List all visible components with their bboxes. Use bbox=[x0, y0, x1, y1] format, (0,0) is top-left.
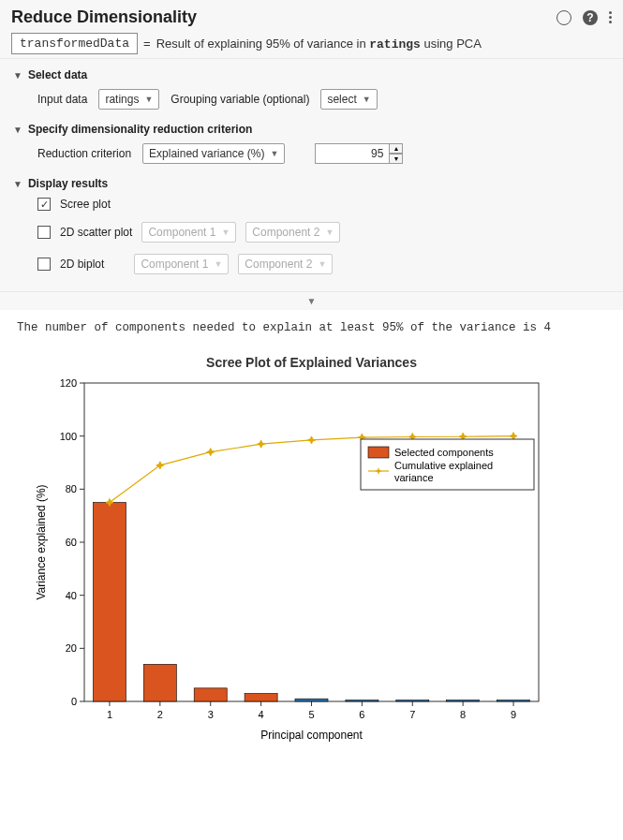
svg-text:40: 40 bbox=[66, 590, 77, 601]
scatter-plot-checkbox[interactable] bbox=[37, 226, 51, 239]
scatter-plot-label: 2D scatter plot bbox=[60, 226, 132, 239]
svg-text:100: 100 bbox=[60, 431, 77, 442]
svg-text:Principal component: Principal component bbox=[260, 729, 363, 742]
svg-rect-38 bbox=[346, 700, 378, 701]
svg-text:4: 4 bbox=[259, 709, 264, 720]
chevron-down-icon: ▼ bbox=[270, 149, 278, 158]
chevron-down-icon: ▼ bbox=[318, 259, 326, 269]
section-display-results[interactable]: ▼ Display results bbox=[13, 177, 610, 190]
svg-rect-35 bbox=[194, 688, 227, 701]
scree-plot-checkbox[interactable] bbox=[37, 198, 51, 211]
svg-text:variance: variance bbox=[394, 472, 434, 483]
collapse-arrow-icon: ▼ bbox=[13, 179, 22, 189]
svg-rect-0 bbox=[84, 383, 539, 701]
spinner-up-button[interactable]: ▲ bbox=[389, 143, 403, 154]
svg-rect-34 bbox=[143, 664, 176, 701]
svg-rect-45 bbox=[368, 447, 389, 458]
grouping-variable-select[interactable]: select ▼ bbox=[320, 89, 377, 110]
equals-sign: = bbox=[143, 37, 151, 51]
spinner-down-button[interactable]: ▼ bbox=[389, 154, 403, 164]
reduction-criterion-label: Reduction criterion bbox=[37, 147, 131, 160]
svg-text:7: 7 bbox=[409, 709, 415, 720]
svg-text:6: 6 bbox=[359, 709, 364, 720]
input-data-label: Input data bbox=[37, 93, 87, 106]
grouping-variable-label: Grouping variable (optional) bbox=[171, 93, 309, 106]
expand-collapse-bar[interactable]: ▼ bbox=[0, 291, 623, 310]
scatter-comp2-select: Component 2 ▼ bbox=[245, 222, 340, 243]
section-select-data[interactable]: ▼ Select data bbox=[13, 68, 610, 81]
section-criterion[interactable]: ▼ Specify dimensionality reduction crite… bbox=[13, 123, 610, 136]
svg-text:Selected components: Selected components bbox=[394, 447, 494, 458]
input-data-select[interactable]: ratings ▼ bbox=[98, 89, 159, 110]
result-description: Result of explaining 95% of variance in … bbox=[156, 37, 482, 52]
svg-rect-40 bbox=[447, 700, 480, 701]
svg-text:2: 2 bbox=[157, 709, 163, 720]
svg-text:60: 60 bbox=[66, 537, 77, 548]
biplot-label: 2D biplot bbox=[60, 258, 104, 271]
svg-text:80: 80 bbox=[66, 483, 77, 494]
biplot-checkbox[interactable] bbox=[37, 258, 51, 271]
svg-text:3: 3 bbox=[208, 709, 214, 720]
chart-title: Scree Plot of Explained Variances bbox=[28, 355, 595, 370]
chevron-down-icon: ▼ bbox=[363, 95, 371, 104]
output-variable-name[interactable]: transformedData bbox=[11, 33, 138, 54]
scree-plot-label: Scree plot bbox=[60, 198, 111, 211]
reduction-criterion-select[interactable]: Explained variance (%) ▼ bbox=[142, 143, 285, 164]
svg-text:Variance explained (%): Variance explained (%) bbox=[35, 484, 48, 599]
chevron-down-icon: ▼ bbox=[144, 95, 153, 104]
result-output-text: The number of components needed to expla… bbox=[0, 310, 623, 346]
page-title: Reduce Dimensionality bbox=[11, 7, 197, 27]
collapse-arrow-icon: ▼ bbox=[13, 125, 22, 135]
svg-rect-33 bbox=[93, 503, 126, 702]
svg-rect-39 bbox=[396, 700, 429, 701]
svg-text:8: 8 bbox=[460, 709, 466, 720]
svg-text:0: 0 bbox=[71, 696, 77, 707]
svg-text:5: 5 bbox=[308, 709, 314, 720]
help-icon[interactable]: ? bbox=[583, 10, 598, 25]
scatter-comp1-select: Component 1 ▼ bbox=[141, 222, 236, 243]
chevron-down-icon: ▼ bbox=[325, 228, 334, 237]
status-circle-icon bbox=[556, 10, 571, 25]
svg-rect-36 bbox=[245, 694, 277, 702]
svg-text:9: 9 bbox=[511, 709, 516, 720]
svg-rect-37 bbox=[295, 699, 328, 701]
svg-text:120: 120 bbox=[60, 377, 77, 389]
chevron-down-icon: ▼ bbox=[221, 228, 230, 237]
chevron-down-icon: ▼ bbox=[214, 259, 222, 269]
svg-rect-41 bbox=[497, 700, 530, 701]
collapse-arrow-icon: ▼ bbox=[13, 70, 22, 81]
svg-text:Cumulative explained: Cumulative explained bbox=[394, 460, 493, 471]
variance-percent-input[interactable]: 95 bbox=[315, 143, 390, 164]
svg-text:20: 20 bbox=[66, 642, 77, 654]
biplot-comp2-select: Component 2 ▼ bbox=[238, 254, 333, 274]
more-menu-icon[interactable] bbox=[609, 11, 612, 23]
scree-plot-svg: 020406080100120123456789Principal compon… bbox=[28, 374, 553, 748]
svg-text:1: 1 bbox=[107, 709, 112, 720]
biplot-comp1-select: Component 1 ▼ bbox=[134, 254, 229, 274]
